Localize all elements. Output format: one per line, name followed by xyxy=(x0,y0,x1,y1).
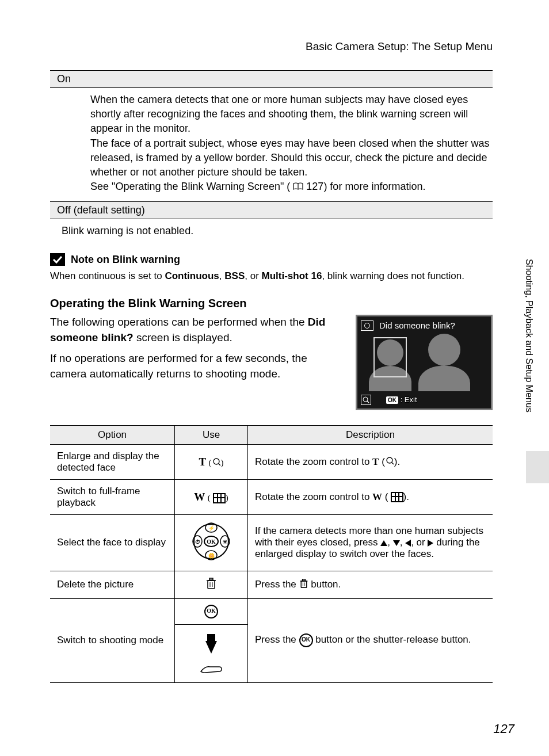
note-post: , blink warning does not function. xyxy=(322,270,464,281)
svg-rect-22 xyxy=(301,581,307,587)
section-heading: Operating the Blink Warning Screen xyxy=(50,297,493,310)
on-body-line2: The face of a portrait subject, whose ey… xyxy=(90,138,489,178)
d1-post: . xyxy=(406,491,409,502)
d3-pre: Press the xyxy=(255,579,299,590)
on-body-line1: When the camera detects that one or more… xyxy=(90,94,468,134)
camera-preview: Did someone blink? OK xyxy=(356,315,493,410)
arrow-down-icon xyxy=(393,540,400,546)
svg-point-2 xyxy=(214,459,219,464)
zoom-in-icon xyxy=(386,456,394,468)
arrow-up-icon xyxy=(380,540,387,546)
use-1-main: W xyxy=(194,491,205,503)
svg-rect-19 xyxy=(209,578,213,580)
op-p1-post: screen is displayed. xyxy=(134,331,232,343)
opt-3: Delete the picture xyxy=(50,571,175,598)
multi-selector-icon: OK ⚡ 🌼 ⏱ ☀ xyxy=(190,521,232,565)
d0-pre: Rotate the zoom control to xyxy=(255,456,372,467)
arrow-down-stem xyxy=(207,634,215,641)
operating-text: The following operations can be performe… xyxy=(50,315,344,387)
svg-text:⏱: ⏱ xyxy=(195,539,200,545)
op-p1-pre: The following operations can be performe… xyxy=(50,316,308,328)
note-s1: , xyxy=(219,270,224,281)
page-number: 127 xyxy=(493,721,514,736)
d0-post: . xyxy=(398,456,401,467)
op-p2: If no operations are performed for a few… xyxy=(50,351,344,381)
table-row: Select the face to display OK ⚡ 🌼 xyxy=(50,514,493,571)
d1-pre: Rotate the zoom control to xyxy=(255,491,372,502)
svg-line-5 xyxy=(392,463,394,464)
setting-on: On When the camera detects that one or m… xyxy=(50,70,493,199)
d3-post: button. xyxy=(308,579,341,590)
opt-1: Switch to full-frame playback xyxy=(50,479,175,514)
opt-0: Enlarge and display the detected face xyxy=(50,444,175,479)
d4-pre: Press the xyxy=(255,635,299,646)
setting-off-label: Off (default setting) xyxy=(50,201,493,219)
desc-3: Press the button. xyxy=(248,571,493,598)
opt-4: Switch to shooting mode xyxy=(50,598,175,682)
svg-text:⚡: ⚡ xyxy=(208,525,215,532)
note-s2: , or xyxy=(245,270,261,281)
use-0: T () xyxy=(175,444,248,479)
note-text: When continuous is set to Continuous, BS… xyxy=(50,269,493,283)
svg-text:☀: ☀ xyxy=(223,539,227,545)
person-1 xyxy=(369,339,411,391)
note-b2: BSS xyxy=(224,270,245,281)
svg-line-3 xyxy=(219,464,220,465)
on-body-line3-post: ) for more information. xyxy=(323,181,425,192)
exit-label: : Exit xyxy=(401,395,417,404)
trash-icon xyxy=(205,577,217,593)
use-2: OK ⚡ 🌼 ⏱ ☀ xyxy=(175,514,248,571)
th-use: Use xyxy=(175,425,248,444)
table-row: Switch to full-frame playback W () Rotat… xyxy=(50,479,493,514)
chapter-header: Basic Camera Setup: The Setup Menu xyxy=(0,0,549,70)
d4-post: button or the shutter-release button. xyxy=(313,635,471,646)
ok-circle-icon: OK xyxy=(299,633,313,647)
table-row: Switch to shooting mode OK xyxy=(50,598,493,682)
magnifier-icon xyxy=(361,395,371,405)
use-1: W () xyxy=(175,479,248,514)
side-tab: Shooting, Playback and Setup Menus xyxy=(517,259,549,501)
svg-rect-24 xyxy=(302,579,305,581)
svg-point-4 xyxy=(387,457,392,463)
yellow-frame xyxy=(373,337,407,377)
thumb-grid-icon xyxy=(213,493,226,503)
thumb-grid-icon xyxy=(391,492,403,502)
setting-on-label: On xyxy=(50,70,493,88)
note-b1: Continuous xyxy=(165,270,219,281)
desc-2: If the camera detects more than one huma… xyxy=(248,514,493,571)
on-body-line3-ref: 127 xyxy=(306,181,323,192)
side-label: Shooting, Playback and Setup Menus xyxy=(524,259,534,413)
use-4: OK xyxy=(175,598,248,682)
svg-rect-17 xyxy=(208,581,215,589)
note-pre: When continuous is set to xyxy=(50,270,165,281)
desc-4: Press the OK button or the shutter-relea… xyxy=(248,598,493,682)
th-desc: Description xyxy=(248,425,493,444)
camera-title: Did someone blink? xyxy=(379,320,455,330)
svg-line-1 xyxy=(367,401,369,403)
setting-on-body: When the camera detects that one or more… xyxy=(50,88,493,199)
svg-text:🌼: 🌼 xyxy=(208,552,215,559)
use-0-main: T xyxy=(199,456,205,468)
note-b3: Multi-shot 16 xyxy=(262,270,322,281)
shutter-hand-icon xyxy=(175,661,247,678)
face-frame-icon xyxy=(361,320,373,331)
opt-2: Select the face to display xyxy=(50,514,175,571)
use-3 xyxy=(175,571,248,598)
arrow-left-icon xyxy=(405,540,411,547)
trash-icon xyxy=(299,578,308,591)
desc-1: Rotate the zoom control to W (). xyxy=(248,479,493,514)
table-row: Enlarge and display the detected face T … xyxy=(50,444,493,479)
desc-0: Rotate the zoom control to T (). xyxy=(248,444,493,479)
ok-badge: OK xyxy=(386,396,398,404)
zoom-in-icon xyxy=(213,458,221,468)
d1-sym: W xyxy=(372,491,382,502)
setting-off: Off (default setting) Blink warning is n… xyxy=(50,201,493,243)
arrow-right-icon xyxy=(428,540,433,547)
d0-sym: T xyxy=(372,456,379,467)
arrow-down-icon xyxy=(205,641,217,654)
note-block: Note on Blink warning When continuous is… xyxy=(50,253,493,283)
check-icon xyxy=(50,253,65,266)
table-row: Delete the picture Press the button. xyxy=(50,571,493,598)
svg-point-0 xyxy=(363,397,368,402)
book-icon xyxy=(293,180,303,194)
